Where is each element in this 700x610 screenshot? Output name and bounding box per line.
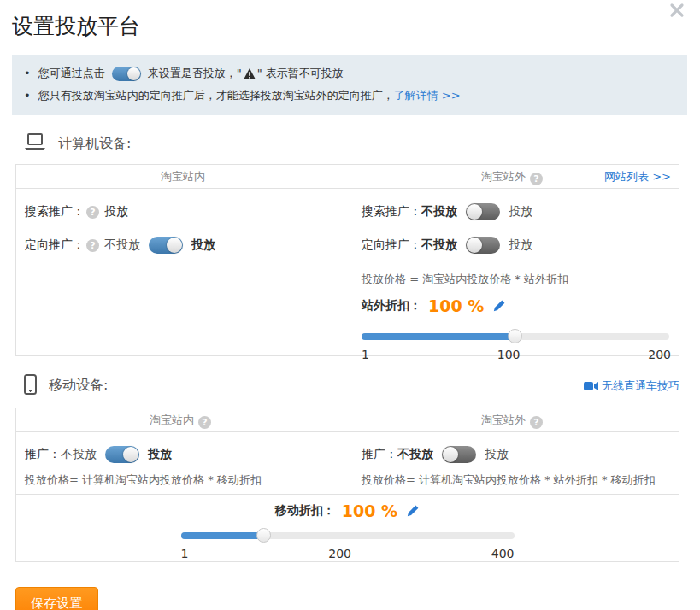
notice-text: 您只有投放淘宝站内的定向推广后，才能选择投放淘宝站外的定向推广， [38,85,394,107]
slider-max-label: 400 [491,547,515,560]
warning-icon [244,68,256,79]
video-camera-icon [584,381,598,391]
mobile-discount-label: 移动折扣： [275,503,335,519]
notice-line-2: • 您只有投放淘宝站内的定向推广后，才能选择投放淘宝站外的定向推广， 了解详情 … [24,85,675,107]
mobile-onsite-promo-row: 推广： 不投放 投放 [25,445,350,464]
mobile-onsite-promo-toggle[interactable] [105,446,139,463]
offsite-discount-row: 站外折扣： 100 % [362,296,679,316]
on-label: 投放 [485,447,509,462]
computer-offsite-cell: 搜索推广： 不投放 投放 定向推广： 不投放 投放 投放价格 = 淘宝站内投放价… [350,189,679,355]
mobile-section-header: 移动设备: 无线直通车技巧 [24,374,679,397]
computer-header-offsite-label: 淘宝站外 [481,170,526,183]
slider-knob[interactable] [256,528,271,543]
notice-text: 来设置是否投放，" [148,62,242,85]
mobile-header-onsite: 淘宝站内 [16,408,350,431]
mobile-offsite-promo-toggle[interactable] [442,446,476,463]
on-label: 投放 [191,238,215,253]
set-platform-dialog: 设置投放平台 • 您可通过点击 来设置是否投放，" " 表示暂不可投放 • 您只… [0,0,700,610]
mobile-table-body: 推广： 不投放 投放 投放价格= 计算机淘宝站内投放价格 * 移动折扣 推广： … [16,432,679,494]
help-icon[interactable] [86,239,99,252]
offsite-slider-labels: 1 100 200 [362,348,671,361]
mobile-header-offsite-label: 淘宝站外 [481,414,526,426]
mobile-table: 淘宝站内 淘宝站外 推广： 不投放 投放 投放价格= 计算机淘宝站内投放价格 *… [15,408,679,562]
target-promo-label: 定向推广： [25,238,85,253]
mobile-table-header: 淘宝站内 淘宝站外 [16,408,679,432]
mobile-onsite-price-formula: 投放价格= 计算机淘宝站内投放价格 * 移动折扣 [25,477,350,494]
dialog-bottom-edge [0,607,700,607]
computer-header-onsite: 淘宝站内 [16,165,350,188]
off-label: 不投放 [104,238,140,253]
computer-table-header: 淘宝站内 淘宝站外 网站列表 >> [16,165,679,189]
edit-pencil-icon[interactable] [406,504,420,518]
page-title: 设置投放平台 [12,12,700,40]
computer-onsite-target-toggle[interactable] [149,237,183,254]
computer-section-header: 计算机设备: [24,133,679,154]
search-promo-value: 投放 [104,204,128,220]
example-toggle [112,67,141,81]
offsite-discount-slider[interactable] [362,333,669,340]
mobile-slider-labels: 1 200 400 [181,547,515,560]
promo-label: 推广： [25,447,61,462]
wireless-tips-link[interactable]: 无线直通车技巧 [584,378,679,394]
offsite-discount-label: 站外折扣： [362,298,421,314]
site-list-link[interactable]: 网站列表 >> [604,165,671,188]
help-icon[interactable] [530,173,543,185]
help-icon[interactable] [86,206,99,219]
bullet-icon: • [24,62,31,85]
notice-text: 您可通过点击 [38,62,105,85]
mobile-discount-value: 100 % [342,501,397,520]
bullet-icon: • [24,85,31,107]
mobile-section-label: 移动设备: [49,377,108,395]
computer-header-offsite: 淘宝站外 网站列表 >> [350,165,679,188]
computer-offsite-search-toggle[interactable] [466,203,500,220]
offsite-discount-value: 100 % [428,296,484,315]
target-promo-label: 定向推广： [362,238,421,253]
slider-fill [181,532,265,539]
slider-knob[interactable] [508,329,522,343]
mobile-offsite-cell: 推广： 不投放 投放 投放价格= 计算机淘宝站内投放价格 * 站外折扣 * 移动… [350,432,679,494]
notice-box: • 您可通过点击 来设置是否投放，" " 表示暂不可投放 • 您只有投放淘宝站内… [12,55,687,115]
on-label: 投放 [148,447,172,462]
mobile-offsite-promo-row: 推广： 不投放 投放 [362,445,679,464]
off-label: 不投放 [421,238,457,253]
slider-mid-label: 100 [497,348,521,361]
slider-mid-label: 200 [328,547,351,560]
computer-offsite-target-row: 定向推广： 不投放 投放 [362,236,679,255]
mobile-discount-slider[interactable] [181,532,515,539]
slider-max-label: 200 [648,348,671,361]
mobile-discount-footer: 移动折扣： 100 % 1 200 400 [16,494,679,561]
slider-min-label: 1 [181,547,189,560]
computer-section-label: 计算机设备: [58,135,131,153]
slider-fill [362,333,515,340]
computer-table-body: 搜索推广： 投放 定向推广： 不投放 投放 搜索推广： 不投放 投放 [16,189,679,355]
on-label: 投放 [509,204,532,220]
computer-table: 淘宝站内 淘宝站外 网站列表 >> 搜索推广： 投放 定向推广： 不投放 投放 [15,164,679,356]
search-promo-label: 搜索推广： [362,204,421,220]
mobile-header-offsite: 淘宝站外 [350,408,679,431]
off-label: 不投放 [61,447,97,462]
mobile-header-onsite-label: 淘宝站内 [150,414,194,426]
mobile-offsite-price-formula: 投放价格= 计算机淘宝站内投放价格 * 站外折扣 * 移动折扣 [362,477,679,494]
mobile-icon [24,374,37,397]
computer-onsite-cell: 搜索推广： 投放 定向推广： 不投放 投放 [16,189,350,355]
off-label: 不投放 [421,204,457,220]
notice-text: " 表示暂不可投放 [257,62,344,85]
offsite-price-formula: 投放价格 = 淘宝站内投放价格 * 站外折扣 [362,271,679,288]
learn-more-link[interactable]: 了解详情 >> [394,85,461,107]
search-promo-label: 搜索推广： [25,204,85,220]
computer-icon [24,133,46,154]
slider-min-label: 1 [362,348,369,361]
close-icon[interactable] [669,3,685,18]
help-icon[interactable] [198,416,211,429]
computer-offsite-search-row: 搜索推广： 不投放 投放 [362,202,679,221]
edit-pencil-icon[interactable] [492,299,506,313]
computer-offsite-target-toggle[interactable] [466,237,500,254]
mobile-onsite-cell: 推广： 不投放 投放 投放价格= 计算机淘宝站内投放价格 * 移动折扣 [16,432,350,494]
computer-onsite-target-row: 定向推广： 不投放 投放 [25,236,350,255]
help-icon[interactable] [530,416,543,429]
on-label: 投放 [509,238,532,253]
computer-onsite-search-row: 搜索推广： 投放 [25,202,350,221]
notice-line-1: • 您可通过点击 来设置是否投放，" " 表示暂不可投放 [24,62,675,85]
off-label: 不投放 [397,447,433,462]
mobile-discount-row: 移动折扣： 100 % [16,501,679,521]
